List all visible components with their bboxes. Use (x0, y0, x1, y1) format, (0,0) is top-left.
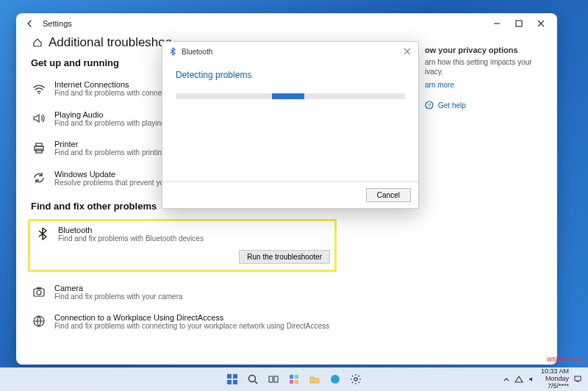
item-bluetooth[interactable]: BluetoothFind and fix problems with Blue… (35, 226, 330, 244)
windows-watermark: Windows 11 Pro Build 21996.co_release.21… (441, 348, 551, 365)
svg-point-2 (38, 93, 40, 94)
camera-icon (31, 284, 47, 300)
start-button[interactable] (225, 372, 240, 387)
svg-rect-23 (295, 380, 298, 384)
svg-rect-18 (269, 376, 273, 382)
svg-rect-1 (516, 21, 522, 26)
volume-tray-icon[interactable] (528, 375, 537, 384)
svg-rect-13 (233, 374, 237, 379)
privacy-desc: arn how this setting impacts your ivacy. (425, 57, 542, 76)
task-view-button[interactable] (266, 372, 281, 387)
svg-rect-14 (227, 380, 232, 384)
svg-rect-15 (233, 380, 237, 384)
explorer-button[interactable] (307, 372, 322, 387)
svg-point-24 (331, 375, 340, 384)
back-button[interactable] (25, 18, 35, 29)
page-title: Additional troubleshoo (49, 35, 172, 50)
minimize-button[interactable] (491, 18, 503, 29)
clock[interactable]: 10:33 AM Monday 7/5/**** (541, 368, 569, 390)
settings-taskbar-button[interactable] (348, 372, 363, 387)
system-tray[interactable]: 10:33 AM Monday 7/5/**** (503, 368, 582, 390)
run-troubleshooter-button[interactable]: Run the troubleshooter (239, 250, 330, 264)
titlebar: Settings (16, 13, 557, 32)
search-button[interactable] (245, 372, 260, 387)
item-desc: Find and fix problems with Bluetooth dev… (58, 234, 204, 244)
sidebar: ow your privacy options arn how this set… (417, 32, 542, 357)
widgets-button[interactable] (287, 372, 301, 387)
dialog-close-button[interactable] (402, 46, 412, 57)
dialog-title: Bluetooth (182, 48, 212, 56)
svg-point-25 (354, 378, 357, 381)
source-watermark: wskdn.com (547, 355, 584, 363)
svg-point-7 (37, 290, 41, 295)
update-icon (31, 170, 47, 186)
progress-bar (176, 93, 405, 99)
bluetooth-icon (35, 226, 51, 242)
svg-rect-4 (36, 143, 42, 146)
maximize-button[interactable] (513, 18, 525, 29)
item-title: Camera (54, 284, 183, 293)
item-directaccess[interactable]: Connection to a Workplace Using DirectAc… (31, 309, 417, 339)
network-tray-icon[interactable] (514, 375, 523, 384)
help-icon: ? (425, 101, 434, 110)
item-title: Printer (54, 140, 166, 148)
learn-more-link[interactable]: arn more (425, 81, 454, 89)
svg-point-16 (249, 376, 256, 382)
close-button[interactable] (535, 18, 547, 29)
troubleshooter-dialog: Bluetooth Detecting problems Cancel (162, 41, 419, 209)
svg-line-17 (255, 381, 257, 384)
privacy-title: ow your privacy options (425, 46, 542, 54)
item-title: Connection to a Workplace Using DirectAc… (54, 313, 329, 322)
item-desc: Find and fix problems with your camera (54, 293, 183, 302)
notifications-button[interactable] (573, 375, 582, 384)
home-icon[interactable] (32, 37, 43, 48)
chevron-up-icon[interactable] (503, 376, 510, 383)
svg-rect-8 (37, 287, 41, 289)
wifi-icon (31, 80, 47, 96)
item-camera[interactable]: CameraFind and fix problems with your ca… (31, 279, 417, 309)
taskbar: 10:33 AM Monday 7/5/**** (0, 367, 588, 391)
svg-rect-20 (290, 375, 293, 379)
item-desc: Find and fix problems with printing (54, 148, 166, 158)
svg-rect-19 (274, 376, 278, 382)
printer-icon (31, 140, 47, 156)
item-desc: Find and fix problems with connecting to… (54, 322, 329, 331)
item-title: Bluetooth (58, 226, 204, 234)
network-icon (31, 313, 47, 329)
svg-rect-21 (295, 375, 298, 379)
bluetooth-icon (168, 47, 177, 56)
svg-rect-12 (227, 374, 232, 379)
dialog-status: Detecting problems (176, 70, 405, 80)
speaker-icon (31, 110, 47, 126)
item-bluetooth-highlighted: BluetoothFind and fix problems with Blue… (28, 219, 337, 272)
svg-rect-22 (290, 380, 293, 384)
svg-text:?: ? (428, 102, 431, 109)
get-help-link[interactable]: Get help (438, 101, 466, 110)
svg-rect-26 (575, 376, 581, 381)
app-name: Settings (43, 19, 72, 28)
edge-button[interactable] (328, 372, 343, 387)
cancel-button[interactable]: Cancel (366, 188, 411, 202)
